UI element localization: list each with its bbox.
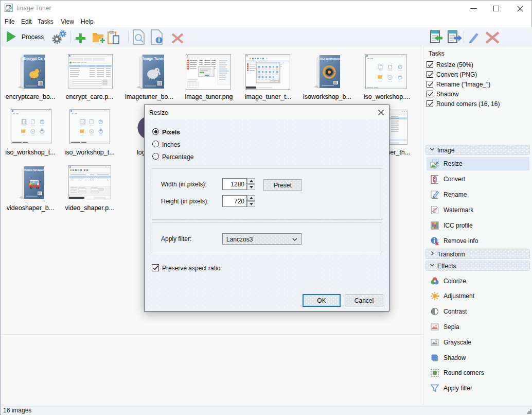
svg-text:ISO Workshop: ISO Workshop [320, 57, 340, 60]
svg-text:Encrypt Care: Encrypt Care [23, 57, 46, 61]
svg-text:Image Tuner: Image Tuner [143, 57, 164, 61]
svg-text:Video Shaper: Video Shaper [24, 168, 44, 171]
